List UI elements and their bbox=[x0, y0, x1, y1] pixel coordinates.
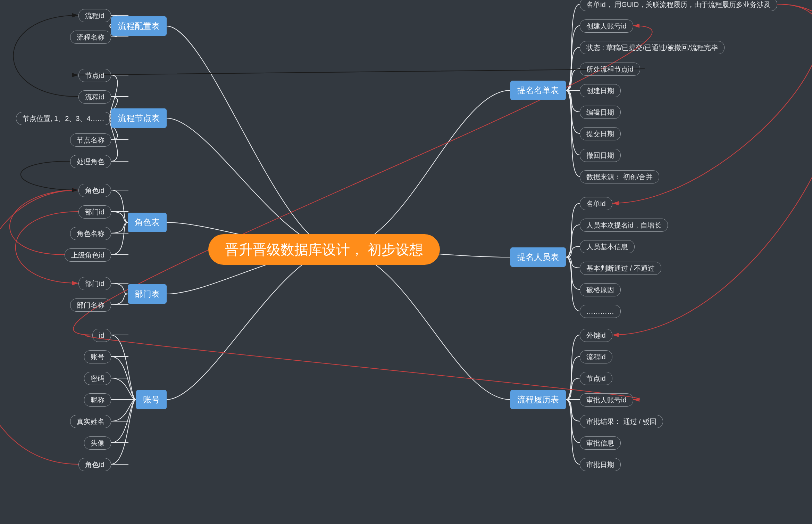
branch-label: 账号 bbox=[143, 394, 160, 405]
branch-label: 流程配置表 bbox=[118, 21, 160, 32]
leaf-procNode-3[interactable]: 节点名称 bbox=[70, 133, 111, 147]
leaf-role-3[interactable]: 上级角色id bbox=[65, 248, 111, 262]
leaf-account-5[interactable]: 头像 bbox=[84, 436, 111, 450]
leaf-account-3[interactable]: 昵称 bbox=[84, 393, 111, 407]
branch-nomList[interactable]: 提名名单表 bbox=[510, 81, 566, 100]
leaf-procHist-2[interactable]: 节点id bbox=[580, 372, 612, 385]
leaf-role-2[interactable]: 角色名称 bbox=[70, 227, 111, 240]
branch-label: 角色表 bbox=[135, 217, 160, 228]
leaf-procHist-3[interactable]: 审批人账号id bbox=[580, 393, 633, 407]
leaf-nomPerson-4[interactable]: 破格原因 bbox=[580, 283, 621, 296]
leaf-account-0[interactable]: id bbox=[92, 329, 111, 342]
leaf-nomList-7[interactable]: 撤回日期 bbox=[580, 149, 621, 162]
leaf-nomPerson-0[interactable]: 名单id bbox=[580, 197, 612, 210]
leaf-nomPerson-1[interactable]: 人员本次提名id，自增长 bbox=[580, 219, 668, 232]
branch-label: 流程节点表 bbox=[118, 113, 160, 124]
root-label: 晋升晋级数据库设计， 初步设想 bbox=[225, 240, 423, 259]
branch-procHist[interactable]: 流程履历表 bbox=[510, 390, 566, 409]
leaf-procNode-0[interactable]: 节点id bbox=[78, 69, 111, 82]
leaf-dept-1[interactable]: 部门名称 bbox=[70, 298, 111, 312]
leaf-nomList-6[interactable]: 提交日期 bbox=[580, 127, 621, 140]
leaf-nomList-2[interactable]: 状态 : 草稿/已提交/已通过/被撤回/流程完毕 bbox=[580, 41, 725, 54]
branch-label: 流程履历表 bbox=[517, 394, 559, 405]
branch-dept[interactable]: 部门表 bbox=[128, 284, 167, 304]
leaf-procHist-6[interactable]: 审批日期 bbox=[580, 458, 621, 471]
leaf-nomList-0[interactable]: 名单id， 用GUID，关联流程履历，由于流程履历多业务涉及 bbox=[580, 0, 777, 11]
leaf-account-1[interactable]: 账号 bbox=[84, 350, 111, 363]
branch-procCfg[interactable]: 流程配置表 bbox=[111, 16, 167, 36]
leaf-procHist-5[interactable]: 审批信息 bbox=[580, 436, 621, 450]
leaf-procHist-1[interactable]: 流程id bbox=[580, 350, 612, 363]
branch-account[interactable]: 账号 bbox=[136, 390, 167, 409]
leaf-nomList-3[interactable]: 所处流程节点id bbox=[580, 63, 640, 76]
branch-label: 提名人员表 bbox=[517, 252, 559, 263]
leaf-procCfg-1[interactable]: 流程名称 bbox=[70, 31, 111, 44]
root-node[interactable]: 晋升晋级数据库设计， 初步设想 bbox=[208, 234, 440, 265]
leaf-procNode-4[interactable]: 处理角色 bbox=[70, 155, 111, 168]
leaf-account-6[interactable]: 角色id bbox=[78, 458, 111, 471]
leaf-nomList-4[interactable]: 创建日期 bbox=[580, 84, 621, 97]
leaf-procCfg-0[interactable]: 流程id bbox=[78, 9, 111, 22]
leaf-procHist-0[interactable]: 外键id bbox=[580, 329, 612, 342]
leaf-account-4[interactable]: 真实姓名 bbox=[70, 415, 111, 428]
leaf-dept-0[interactable]: 部门id bbox=[78, 277, 111, 290]
leaf-procNode-1[interactable]: 流程id bbox=[78, 90, 111, 104]
branch-nomPerson[interactable]: 提名人员表 bbox=[510, 247, 566, 267]
leaf-nomPerson-5[interactable]: ………… bbox=[580, 305, 621, 318]
leaf-procHist-4[interactable]: 审批结果： 通过 / 驳回 bbox=[580, 415, 663, 428]
leaf-nomPerson-2[interactable]: 人员基本信息 bbox=[580, 240, 635, 253]
leaf-nomList-5[interactable]: 编辑日期 bbox=[580, 106, 621, 119]
leaf-account-2[interactable]: 密码 bbox=[84, 372, 111, 385]
leaf-nomPerson-3[interactable]: 基本判断通过 / 不通过 bbox=[580, 262, 661, 275]
leaf-role-0[interactable]: 角色id bbox=[78, 184, 111, 197]
leaf-procNode-2[interactable]: 节点位置, 1、2、3、4…… bbox=[16, 112, 111, 125]
branch-label: 提名名单表 bbox=[517, 85, 559, 96]
branch-procNode[interactable]: 流程节点表 bbox=[111, 108, 167, 128]
branch-label: 部门表 bbox=[135, 288, 160, 300]
mindmap-canvas[interactable]: { "root": { "label": "晋升晋级数据库设计， 初步设想" }… bbox=[0, 0, 812, 524]
leaf-nomList-8[interactable]: 数据来源： 初创/合并 bbox=[580, 170, 659, 183]
leaf-nomList-1[interactable]: 创建人账号id bbox=[580, 19, 633, 33]
branch-role[interactable]: 角色表 bbox=[128, 213, 167, 232]
leaf-role-1[interactable]: 部门id bbox=[78, 205, 111, 219]
